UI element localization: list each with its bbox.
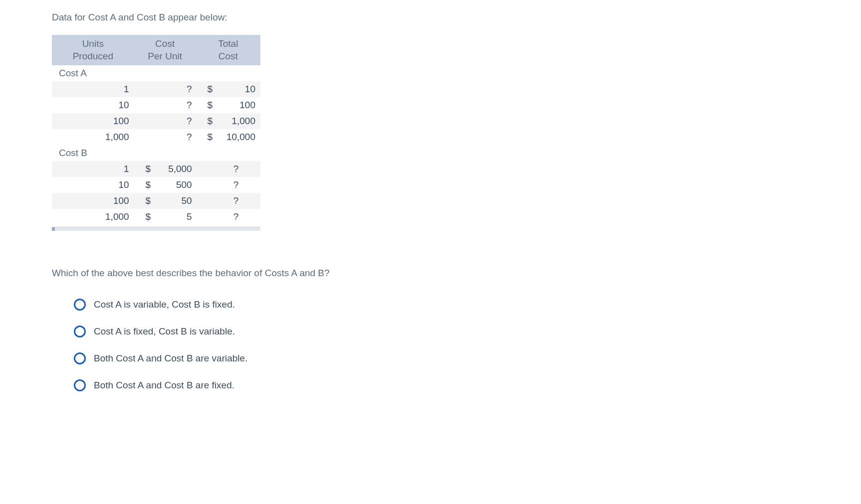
option-b[interactable]: Cost A is fixed, Cost B is variable. [74,326,861,337]
cell-cpu: 50 [152,193,196,209]
option-a[interactable]: Cost A is variable, Cost B is fixed. [74,299,861,311]
table-row: 10$500? [52,177,260,193]
cell-sym: $ [134,209,152,225]
table-row: 1,000$5? [52,209,260,225]
cell-sym: $ [134,161,152,177]
cell-sym [196,161,214,177]
cell-cpu: ? [152,129,196,145]
table-row: 100$50? [52,193,260,209]
question-text: Which of the above best describes the be… [52,268,861,279]
th-units: UnitsProduced [52,35,134,65]
cell-sym [134,129,152,145]
cell-sym [134,113,152,129]
cell-sym: $ [196,129,214,145]
table-row: 1,000?$10,000 [52,129,260,145]
cost-table-wrapper: UnitsProduced CostPer Unit TotalCost Cos… [52,35,260,231]
cell-cpu: 500 [152,177,196,193]
answer-options: Cost A is variable, Cost B is fixed. Cos… [52,299,861,391]
option-label: Both Cost A and Cost B are fixed. [94,380,234,391]
cost-table: UnitsProduced CostPer Unit TotalCost Cos… [52,35,260,225]
cell-sym: $ [196,113,214,129]
cell-units: 100 [52,193,134,209]
cell-sym [196,177,214,193]
table-row: 100?$1,000 [52,113,260,129]
cell-total: 100 [214,97,260,113]
section-cost-a: Cost A [52,65,260,81]
cell-total: ? [214,161,260,177]
option-label: Cost A is variable, Cost B is fixed. [94,299,235,310]
radio-icon[interactable] [74,299,86,311]
cell-cpu: ? [152,97,196,113]
cell-total: 10,000 [214,129,260,145]
cell-units: 1 [52,81,134,97]
cell-cpu: ? [152,113,196,129]
radio-icon[interactable] [74,379,86,391]
cell-units: 1,000 [52,209,134,225]
cell-units: 100 [52,113,134,129]
th-cpu: CostPer Unit [134,35,196,65]
intro-text: Data for Cost A and Cost B appear below: [52,12,861,23]
option-label: Cost A is fixed, Cost B is variable. [94,326,235,337]
cell-total: 10 [214,81,260,97]
cell-cpu: 5,000 [152,161,196,177]
radio-icon[interactable] [74,326,86,337]
cell-sym [134,97,152,113]
cell-units: 10 [52,97,134,113]
table-row: 1$5,000? [52,161,260,177]
cell-total: ? [214,209,260,225]
cell-total: ? [214,193,260,209]
option-c[interactable]: Both Cost A and Cost B are variable. [74,352,861,364]
cell-sym: $ [196,81,214,97]
table-row: 10?$100 [52,97,260,113]
cell-sym [196,193,214,209]
cell-sym [196,209,214,225]
cell-sym: $ [196,97,214,113]
cell-units: 10 [52,177,134,193]
cell-cpu: ? [152,81,196,97]
horizontal-scrollbar[interactable] [52,227,260,231]
cell-units: 1,000 [52,129,134,145]
option-label: Both Cost A and Cost B are variable. [94,353,247,364]
cell-units: 1 [52,161,134,177]
th-total: TotalCost [196,35,260,65]
section-cost-b: Cost B [52,145,260,161]
cell-sym: $ [134,193,152,209]
cell-total: ? [214,177,260,193]
table-row: 1?$10 [52,81,260,97]
cell-sym [134,81,152,97]
cell-sym: $ [134,177,152,193]
radio-icon[interactable] [74,352,86,364]
cell-total: 1,000 [214,113,260,129]
cell-cpu: 5 [152,209,196,225]
option-d[interactable]: Both Cost A and Cost B are fixed. [74,379,861,391]
